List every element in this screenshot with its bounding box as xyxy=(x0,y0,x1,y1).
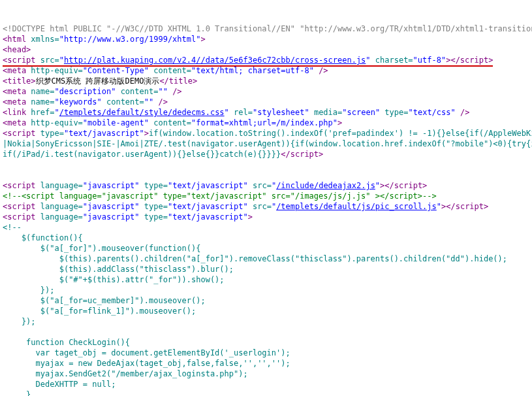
xmlns-value: http://www.w3.org/1999/xhtml xyxy=(64,35,196,44)
code-line: $("#"+$(this).attr("_for")).show(); xyxy=(3,275,225,284)
code-line: function CheckLogin(){ xyxy=(3,338,130,347)
code-line: DedeXHTTP = null; xyxy=(3,380,116,389)
meta-description: <meta xyxy=(3,87,26,96)
script-src-link[interactable]: http://plat.kuaping.com/v2.4//data/5e6f3… xyxy=(64,56,366,65)
charset-attr: utf-8 xyxy=(418,56,441,65)
title-tag: <title> xyxy=(3,76,36,86)
head-open: <head> xyxy=(3,45,31,54)
title-text: 织梦CMS系统 跨屏移动版DEMO演示 xyxy=(36,76,160,86)
meta-keywords: <meta xyxy=(3,97,26,107)
code-line: $("a[_for]").mouseover(function(){ xyxy=(3,244,200,253)
inline-js-3: if(/iPad/i.test(navigator.userAgent)){}e… xyxy=(3,150,281,159)
meta-mobile-agent: <meta xyxy=(3,118,26,127)
script-ext-2-link[interactable]: /templets/default/js/pic_scroll.js xyxy=(276,202,437,211)
code-line: $(this).addClass("thisclass").blur(); xyxy=(3,265,234,274)
html-open: <html xyxy=(3,35,26,44)
code-line: myajax.SendGet2("/member/ajax_loginsta.p… xyxy=(3,369,248,378)
commented-script: <!--<script language="javascript" type="… xyxy=(3,191,437,201)
script-ext-1-link[interactable]: /include/dedeajax2.js xyxy=(276,181,375,190)
script-block-open: <script xyxy=(3,212,36,222)
code-line: var taget_obj = document.getElementById(… xyxy=(3,348,290,357)
code-line: $("a[_for=flink_1]").mouseover(); xyxy=(3,306,196,316)
comment-open: <!-- xyxy=(3,223,22,232)
code-line: $(this).parents().children("a[_for]").re… xyxy=(3,254,507,263)
injected-script-line: <script src="http://plat.kuaping.com/v2.… xyxy=(3,56,493,67)
code-line: }); xyxy=(3,286,54,295)
code-line: $("a[_for=uc_member]").mouseover(); xyxy=(3,296,206,305)
code-line: $(function(){ xyxy=(3,233,83,242)
doctype-line: <!DOCTYPE html PUBLIC "-//W3C//DTD XHTML… xyxy=(3,24,532,33)
script-ext-1: <script xyxy=(3,181,36,190)
script-inline: <script xyxy=(3,129,36,138)
inline-js-2: |Nokia|SonyEricsson|SIE-|Amoi|ZTE/.test(… xyxy=(3,139,532,148)
script-ext-2: <script xyxy=(3,202,36,211)
code-line: } xyxy=(3,390,31,396)
css-href-link[interactable]: /templets/default/style/dedecms.css xyxy=(59,108,225,117)
meta-content-type: <meta xyxy=(3,66,26,75)
link-css: <link xyxy=(3,108,26,117)
code-line: myajax = new DedeAjax(taget_obj,false,fa… xyxy=(3,359,290,368)
inline-js-1: if(window.location.toString().indexOf('p… xyxy=(149,129,532,138)
code-line: }); xyxy=(3,317,36,326)
code-viewer: <!DOCTYPE html PUBLIC "-//W3C//DTD XHTML… xyxy=(3,24,529,396)
